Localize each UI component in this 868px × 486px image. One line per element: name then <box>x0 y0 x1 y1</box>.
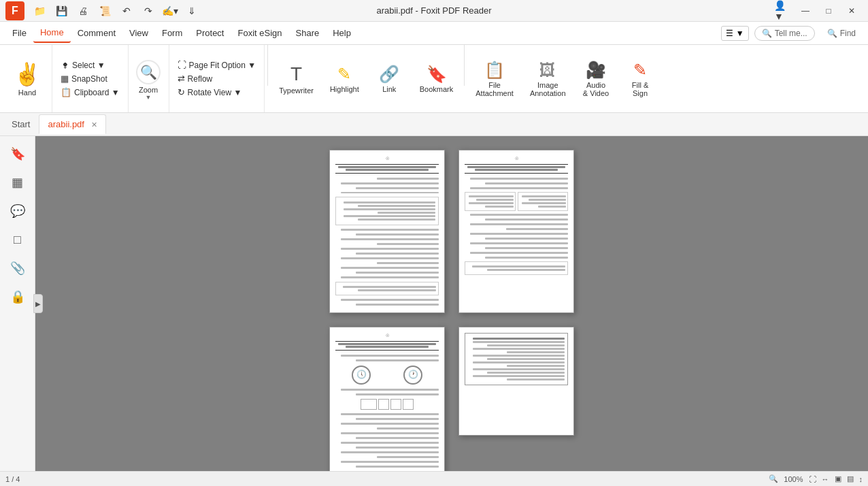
fit-width-icon[interactable]: ↔ <box>822 475 829 483</box>
sidebar-thumbnail-icon[interactable]: ▦ <box>5 170 30 195</box>
account-icon[interactable]: 👤▼ <box>774 1 793 20</box>
maximize-button[interactable]: □ <box>818 1 839 20</box>
ribbon-group-zoom: 🔍 Zoom ▼ <box>129 45 169 112</box>
close-button[interactable]: ✕ <box>841 1 863 20</box>
sidebar-collapse-button[interactable]: ▶ <box>33 294 43 313</box>
clipboard-label: Clipboard ▼ <box>74 88 120 97</box>
save-icon[interactable]: 💾 <box>52 1 71 20</box>
select-button[interactable]: ⧭ Select ▼ <box>58 59 122 71</box>
sidebar-bookmark-icon[interactable]: 🔖 <box>5 142 30 166</box>
clipboard-button[interactable]: 📋 Clipboard ▼ <box>58 86 122 99</box>
open-icon[interactable]: 📁 <box>30 1 49 20</box>
highlight-button[interactable]: ✎ Highlight <box>322 45 367 112</box>
undo-icon[interactable]: ↶ <box>117 1 136 20</box>
redo-icon[interactable]: ↷ <box>139 1 158 20</box>
ribbon-group-tools: ⧭ Select ▼ ▦ SnapShot 📋 Clipboard ▼ <box>52 45 129 112</box>
tabs-bar: Start arabii.pdf ✕ <box>0 113 868 136</box>
find-label: Find <box>840 29 856 38</box>
highlight-label: Highlight <box>330 85 359 93</box>
menu-help[interactable]: Help <box>326 24 358 42</box>
sidebar-layers-icon[interactable]: □ <box>5 227 30 252</box>
tell-me-placeholder: Tell me... <box>775 29 807 38</box>
menu-view[interactable]: View <box>122 24 155 42</box>
pdf-row-2: ☉ 🕐 🕔 <box>329 327 574 471</box>
email-icon[interactable]: 📜 <box>95 1 114 20</box>
reflow-label: Reflow <box>188 74 213 84</box>
sidebar-security-icon[interactable]: 🔒 <box>5 285 30 309</box>
scroll-icon[interactable]: ↕ <box>859 475 863 483</box>
pdf-page-4[interactable] <box>458 327 574 436</box>
zoom-button[interactable]: 🔍 <box>136 60 161 84</box>
menu-form[interactable]: Form <box>155 24 189 42</box>
page-fit-label: Page Fit Option ▼ <box>189 61 256 70</box>
print-icon[interactable]: 🖨 <box>73 1 93 20</box>
select-label: Select ▼ <box>72 61 105 70</box>
ribbon-group-pages: ⛶ Page Fit Option ▼ ⇄ Reflow ↻ Rotate Vi… <box>169 45 265 112</box>
zoom-icon: 🔍 <box>140 64 157 80</box>
file-attachment-icon: 📋 <box>484 61 505 80</box>
minimize-button[interactable]: — <box>795 1 816 20</box>
rotate-view-button[interactable]: ↻ Rotate View ▼ <box>175 86 259 99</box>
page-fit-icon: ⛶ <box>178 60 186 70</box>
zoom-value: 100% <box>784 475 803 483</box>
hand-button[interactable]: ✌ Hand <box>8 59 46 99</box>
clock-icon-2: 🕔 <box>352 366 371 385</box>
fill-sign-icon: ✎ <box>633 61 647 80</box>
status-bar: 1 / 4 🔍 100% ⛶ ↔ ▣ ▤ ↕ <box>0 471 868 486</box>
pdf-content-area[interactable]: ☉ <box>35 136 868 471</box>
select-icon: ⧭ <box>61 60 69 70</box>
pdf-page-2[interactable]: ☉ <box>458 150 574 313</box>
tab-arabii[interactable]: arabii.pdf ✕ <box>39 114 105 134</box>
ribbon-group-hand: ✌ Hand <box>3 45 52 112</box>
zoom-arrow: ▼ <box>146 94 152 101</box>
page-fit-button[interactable]: ⛶ Page Fit Option ▼ <box>175 59 259 71</box>
bookmark-button[interactable]: 🔖 Bookmark <box>412 45 462 112</box>
hand-tool-icon[interactable]: ✍▾ <box>161 1 180 20</box>
hand-label: Hand <box>18 88 36 97</box>
clipboard-icon: 📋 <box>61 87 71 97</box>
find-search[interactable]: 🔍 Find <box>820 27 863 40</box>
pdf-page-3-content: ☉ 🕐 🕔 <box>330 327 444 471</box>
tab-close-icon[interactable]: ✕ <box>91 120 97 129</box>
rotate-view-label: Rotate View ▼ <box>188 88 242 97</box>
menu-file[interactable]: File <box>5 24 33 42</box>
menu-comment[interactable]: Comment <box>71 24 122 42</box>
link-button[interactable]: 🔗 Link <box>367 45 412 112</box>
tools-small-group: ⧭ Select ▼ ▦ SnapShot 📋 Clipboard ▼ <box>58 59 122 99</box>
clock-icon-1: 🕐 <box>403 366 422 385</box>
pdf-page-3[interactable]: ☉ 🕐 🕔 <box>329 327 445 471</box>
snapshot-button[interactable]: ▦ SnapShot <box>58 72 122 85</box>
fit-page-icon[interactable]: ⛶ <box>809 475 816 483</box>
link-icon: 🔗 <box>379 65 399 84</box>
menu-foxit-esign[interactable]: Foxit eSign <box>231 24 288 42</box>
fill-sign-label: Fill & Sign <box>632 81 648 97</box>
page-3-header: ☉ <box>335 333 439 351</box>
hand-icon: ✌ <box>14 61 41 87</box>
typewriter-button[interactable]: T Typewriter <box>271 45 322 112</box>
typewriter-label: Typewriter <box>279 86 314 95</box>
main-layout: 🔖 ▦ 💬 □ 📎 🔒 ▶ ☉ <box>0 136 868 471</box>
sidebar-comments-icon[interactable]: 💬 <box>5 199 30 223</box>
audio-video-button[interactable]: 🎥 Audio & Video <box>574 45 618 112</box>
pdf-page-1[interactable]: ☉ <box>329 150 445 313</box>
zoom-group-inner: 🔍 Zoom ▼ <box>136 57 161 101</box>
pdf-page-2-content: ☉ <box>459 150 573 312</box>
fill-sign-button[interactable]: ✎ Fill & Sign <box>618 45 663 112</box>
file-attachment-button[interactable]: 📋 File Attachment <box>467 45 522 112</box>
title-bar: F 📁 💾 🖨 📜 ↶ ↷ ✍▾ ⇓ arabii.pdf - Foxit PD… <box>0 0 868 22</box>
title-bar-icons: 📁 💾 🖨 📜 ↶ ↷ ✍▾ ⇓ <box>30 1 201 20</box>
reflow-button[interactable]: ⇄ Reflow <box>175 72 259 85</box>
tab-start[interactable]: Start <box>3 114 39 134</box>
menu-home[interactable]: Home <box>33 23 71 43</box>
view-options[interactable]: ☰ ▼ <box>721 26 748 41</box>
two-page-icon[interactable]: ▤ <box>847 474 854 483</box>
image-annotation-button[interactable]: 🖼 Image Annotation <box>522 45 574 112</box>
menu-protect[interactable]: Protect <box>189 24 231 42</box>
pdf-row-1: ☉ <box>329 150 574 313</box>
menu-share[interactable]: Share <box>289 24 327 42</box>
single-page-icon[interactable]: ▣ <box>835 474 841 483</box>
download-icon[interactable]: ⇓ <box>182 1 201 20</box>
find-icon: 🔍 <box>827 29 837 38</box>
tell-me-search[interactable]: 🔍 Tell me... <box>754 26 815 41</box>
sidebar-attachments-icon[interactable]: 📎 <box>5 256 30 280</box>
